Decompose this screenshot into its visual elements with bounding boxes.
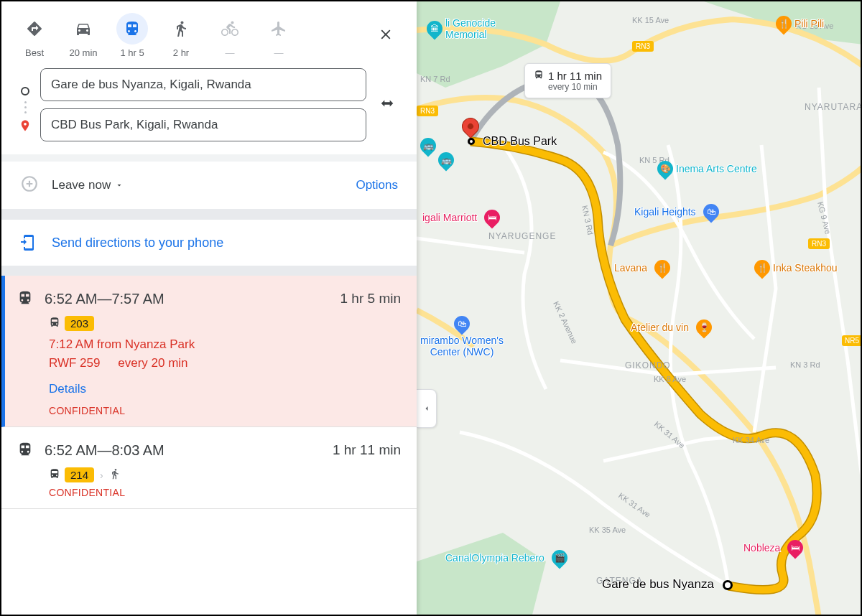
mode-transit[interactable]: 1 hr 5 xyxy=(116,13,148,58)
bus-line-badge: 203 xyxy=(65,316,94,331)
transit-icon xyxy=(116,13,148,45)
poi-nwc[interactable]: 🛍mirambo Women's Center (NWC) xyxy=(420,316,504,358)
poi-lavana[interactable]: Lavana🍴 xyxy=(614,260,670,276)
poi-inka[interactable]: 🍴Inka Steakhou xyxy=(754,260,838,276)
train-icon xyxy=(17,440,33,460)
route-depart-info: 7:12 AM from Nyanza Park xyxy=(17,335,401,354)
destination-label: CBD Bus Park xyxy=(483,135,557,148)
route-times: 6:52 AM—7:57 AM xyxy=(45,291,164,307)
mode-label: Best xyxy=(25,47,44,58)
walk-icon xyxy=(165,13,197,45)
route-details-link[interactable]: Details xyxy=(17,372,401,405)
route-option-2[interactable]: 6:52 AM—8:03 AM 1 hr 11 min 214 › CONFID… xyxy=(1,427,417,509)
poi-inema[interactable]: 🎨Inema Arts Centre xyxy=(657,161,757,177)
route-frequency: every 20 min xyxy=(118,356,187,370)
divider xyxy=(1,266,417,276)
svg-text:KK 35 Ave: KK 35 Ave xyxy=(589,526,626,534)
route-option-1[interactable]: 6:52 AM—7:57 AM 1 hr 5 min 203 7:12 AM f… xyxy=(1,276,417,427)
swap-icon xyxy=(379,95,395,111)
area-label: NYARUGENGE xyxy=(488,231,556,241)
destination-dot xyxy=(468,138,475,145)
route-duration: 1 hr 11 min xyxy=(333,442,401,458)
map-route-frequency: every 10 min xyxy=(534,82,602,92)
destination-input[interactable] xyxy=(40,108,366,141)
chevron-left-icon xyxy=(422,404,431,413)
mode-label: 1 hr 5 xyxy=(120,47,144,58)
mode-best[interactable]: Best xyxy=(19,13,50,58)
plane-icon xyxy=(263,13,295,45)
poi-atelier[interactable]: Atelier du vin🍷 xyxy=(631,319,712,335)
send-to-phone-label: Send directions to your phone xyxy=(52,235,223,251)
poi-nobleza[interactable]: Nobleza🛏 xyxy=(743,540,803,556)
car-icon xyxy=(68,13,99,45)
poi-kigali-heights[interactable]: Kigali Heights🛍 xyxy=(634,204,719,220)
close-button[interactable] xyxy=(372,21,399,51)
route-times: 6:52 AM—8:03 AM xyxy=(45,442,164,459)
poi-genocide-memorial[interactable]: 🏛li Genocide Memorial xyxy=(427,17,496,40)
send-to-phone-icon xyxy=(20,234,37,251)
mode-label: — xyxy=(226,47,235,58)
area-label: NYARUTARAN xyxy=(805,102,861,112)
bus-icon xyxy=(534,70,544,82)
mode-car[interactable]: 20 min xyxy=(68,13,99,58)
origin-marker[interactable] xyxy=(723,580,733,590)
area-label: GIKONDO xyxy=(625,360,671,370)
collapse-panel-button[interactable] xyxy=(417,389,437,428)
bus-icon xyxy=(49,317,60,330)
mode-walk[interactable]: 2 hr xyxy=(165,13,197,58)
poi-marriott[interactable]: igali Marriott🛏 xyxy=(422,210,500,225)
walk-icon xyxy=(109,468,121,482)
svg-text:RN3: RN3 xyxy=(812,240,826,248)
svg-text:KN 3 Rd: KN 3 Rd xyxy=(790,360,820,369)
destination-marker[interactable] xyxy=(462,118,479,135)
map-canvas[interactable]: KN 3 Rd KK 15 Ave KG 15 Ave KN 7 Rd KN 5… xyxy=(417,1,861,615)
schedule-dropdown[interactable]: Leave now xyxy=(52,178,124,192)
poi-canal[interactable]: CanalOlympia Rebero🎬 xyxy=(445,550,567,566)
mode-label: — xyxy=(274,47,284,58)
map-route-duration: 1 hr 11 min xyxy=(548,70,602,82)
svg-text:KK 34 Ave: KK 34 Ave xyxy=(733,436,769,444)
travel-modes-row: Best 20 min 1 hr 5 2 hr — — xyxy=(1,1,417,64)
mode-plane[interactable]: — xyxy=(263,13,295,58)
origin-input[interactable] xyxy=(40,68,366,101)
svg-text:NR5: NR5 xyxy=(845,337,859,345)
route-duration: 1 hr 5 min xyxy=(340,291,401,307)
divider xyxy=(1,154,417,162)
svg-text:KN 7 Rd: KN 7 Rd xyxy=(420,75,450,83)
transit-stop-icon[interactable]: 🚌 xyxy=(420,138,436,154)
confidential-label: CONFIDENTIAL xyxy=(17,487,401,498)
plus-circle-icon xyxy=(20,174,39,196)
send-to-phone-button[interactable]: Send directions to your phone xyxy=(1,220,417,266)
chevron-down-icon xyxy=(115,181,124,190)
mode-bike[interactable]: — xyxy=(214,13,246,58)
schedule-row: Leave now Options xyxy=(1,162,417,210)
map-background: KN 3 Rd KK 15 Ave KG 15 Ave KN 7 Rd KN 5… xyxy=(417,1,861,615)
svg-text:RN3: RN3 xyxy=(420,107,435,115)
poi-pili[interactable]: 🍴Pili Pili xyxy=(776,16,824,32)
svg-text:RN3: RN3 xyxy=(636,42,650,50)
schedule-label: Leave now xyxy=(52,178,111,192)
mode-label: 2 hr xyxy=(173,47,189,58)
bus-line-badge: 214 xyxy=(65,467,94,482)
svg-text:KK 15 Ave: KK 15 Ave xyxy=(632,16,669,24)
origin-label: Gare de bus Nyanza xyxy=(602,577,714,592)
svg-rect-1 xyxy=(417,1,861,615)
confidential-label: CONFIDENTIAL xyxy=(17,405,401,416)
divider xyxy=(1,210,417,220)
origin-dot-icon xyxy=(21,87,29,95)
mode-label: 20 min xyxy=(69,47,97,58)
chevron-right-icon: › xyxy=(98,470,105,481)
bus-icon xyxy=(49,468,60,482)
directions-panel: Best 20 min 1 hr 5 2 hr — — xyxy=(1,1,417,615)
train-icon xyxy=(17,289,33,309)
directions-icon xyxy=(19,13,50,45)
options-link[interactable]: Options xyxy=(356,178,398,192)
swap-button[interactable] xyxy=(375,91,399,118)
close-icon xyxy=(378,27,394,42)
bike-icon xyxy=(214,13,246,45)
map-route-badge[interactable]: 1 hr 11 min every 10 min xyxy=(524,63,611,98)
svg-text:KK 8 Ave: KK 8 Ave xyxy=(654,375,686,383)
transit-stop-icon[interactable]: 🚌 xyxy=(438,152,454,168)
red-pin-icon xyxy=(458,114,483,139)
waypoint-icons xyxy=(19,78,32,132)
